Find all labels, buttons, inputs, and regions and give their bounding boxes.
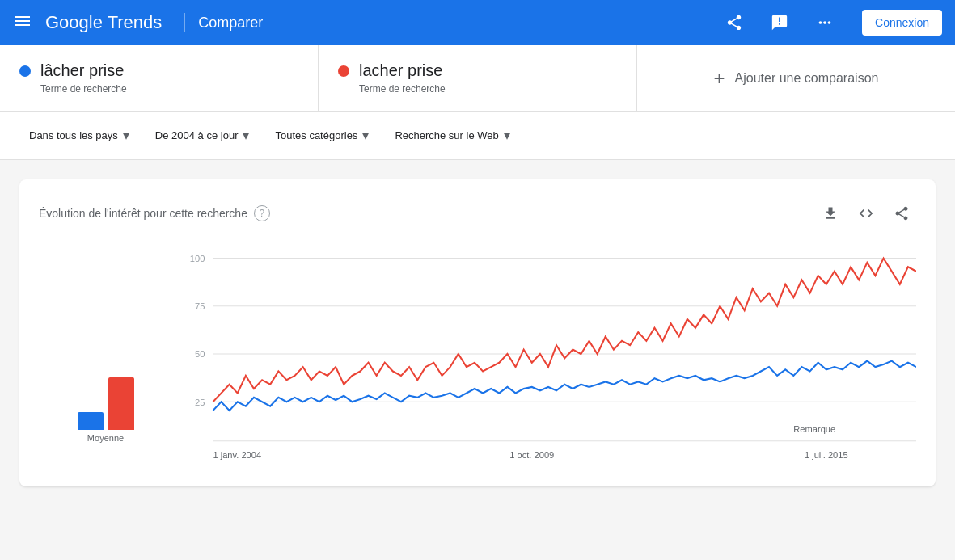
search-type-filter-label: Recherche sur le Web: [395, 129, 498, 141]
chart-svg: 100 75 50 25 1 janv. 2004 1 oct. 2009 1 …: [180, 241, 916, 467]
search-term-1[interactable]: lâcher prise Terme de recherche: [0, 45, 319, 111]
menu-icon[interactable]: [13, 11, 32, 35]
search-type-filter-arrow: ▾: [504, 128, 510, 143]
country-filter[interactable]: Dans tous les pays ▾: [19, 121, 139, 149]
period-filter-arrow: ▾: [243, 128, 249, 143]
filters-bar: Dans tous les pays ▾ De 2004 à ce jour ▾…: [0, 112, 955, 160]
search-term-type-2: Terme de recherche: [359, 83, 617, 95]
chart-header: Évolution de l'intérêt pour cette recher…: [39, 199, 916, 228]
google-trends-logo: Google Trends: [45, 12, 162, 33]
svg-text:50: 50: [195, 349, 205, 359]
main-content: Évolution de l'intérêt pour cette recher…: [0, 160, 955, 525]
svg-text:25: 25: [195, 397, 205, 406]
search-term-name-2: lacher prise: [359, 61, 442, 80]
dot-blue-1: [19, 65, 31, 77]
connexion-button[interactable]: Connexion: [862, 10, 942, 36]
svg-text:1 janv. 2004: 1 janv. 2004: [213, 450, 261, 460]
avg-bars: [78, 357, 134, 430]
chart-title-area: Évolution de l'intérêt pour cette recher…: [39, 205, 270, 221]
app-header: Google Trends Comparer Connexion: [0, 0, 955, 45]
period-filter-label: De 2004 à ce jour: [155, 129, 239, 141]
search-term-name-1: lâcher prise: [40, 61, 124, 80]
country-filter-arrow: ▾: [123, 128, 129, 143]
svg-text:75: 75: [195, 301, 205, 311]
add-icon: +: [714, 67, 725, 90]
svg-text:1 oct. 2009: 1 oct. 2009: [509, 450, 554, 460]
search-terms-bar: lâcher prise Terme de recherche lacher p…: [0, 45, 955, 112]
header-divider: [184, 13, 185, 32]
add-comparison-button[interactable]: + Ajouter une comparaison: [637, 45, 955, 111]
chart-actions: [816, 199, 916, 228]
header-icons: Connexion: [720, 8, 942, 37]
svg-text:1 juil. 2015: 1 juil. 2015: [805, 450, 848, 460]
average-section: Moyenne: [39, 357, 172, 443]
apps-icon[interactable]: [810, 8, 839, 37]
avg-label: Moyenne: [87, 433, 124, 443]
share-icon[interactable]: [720, 8, 749, 37]
help-icon[interactable]: ?: [254, 205, 270, 221]
svg-text:100: 100: [190, 254, 205, 263]
feedback-icon[interactable]: [765, 8, 794, 37]
share-chart-button[interactable]: [887, 199, 916, 228]
logo-text: Google Trends: [45, 12, 162, 33]
embed-button[interactable]: [851, 199, 881, 228]
category-filter-label: Toutes catégories: [275, 129, 357, 141]
avg-bar-red: [108, 377, 134, 430]
search-type-filter[interactable]: Recherche sur le Web ▾: [385, 121, 519, 149]
download-button[interactable]: [816, 199, 845, 228]
search-term-2[interactable]: lacher prise Terme de recherche: [319, 45, 637, 111]
chart-card: Évolution de l'intérêt pour cette recher…: [19, 179, 936, 486]
category-filter-arrow: ▾: [362, 128, 369, 143]
chart-svg-container: 100 75 50 25 1 janv. 2004 1 oct. 2009 1 …: [180, 241, 916, 467]
page-title: Comparer: [198, 15, 263, 32]
dot-red-2: [338, 65, 349, 77]
svg-text:Remarque: Remarque: [793, 424, 835, 434]
search-term-type-1: Terme de recherche: [40, 83, 298, 95]
period-filter[interactable]: De 2004 à ce jour ▾: [146, 121, 260, 149]
avg-bar-blue: [78, 412, 104, 430]
category-filter[interactable]: Toutes catégories ▾: [265, 121, 378, 149]
chart-title: Évolution de l'intérêt pour cette recher…: [39, 207, 247, 220]
country-filter-label: Dans tous les pays: [29, 129, 118, 141]
chart-body: Moyenne 100 75 50 25: [39, 241, 916, 467]
add-comparison-label: Ajouter une comparaison: [735, 71, 879, 86]
